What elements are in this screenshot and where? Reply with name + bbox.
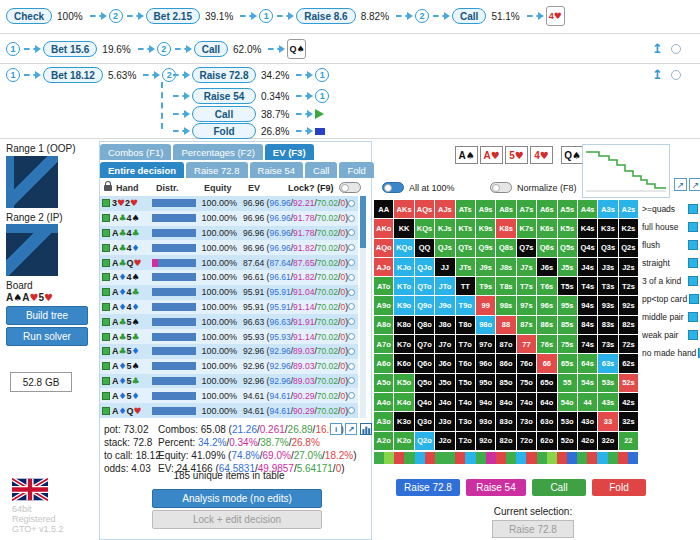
matrix-cell-Q3o[interactable]: Q3o xyxy=(415,412,434,430)
matrix-cell-Q5s[interactable]: Q5s xyxy=(558,239,577,257)
board-card-filter-5h[interactable]: 5♥ xyxy=(505,146,528,164)
matrix-cell-KJs[interactable]: KJs xyxy=(435,219,454,237)
matrix-cell-44[interactable]: 44 xyxy=(578,393,597,411)
matrix-cell-AKs[interactable]: AKs xyxy=(394,200,413,218)
player-node[interactable]: 1 xyxy=(259,9,273,23)
action-button-call[interactable]: Call xyxy=(532,479,586,496)
matrix-cell-T8o[interactable]: T8o xyxy=(456,316,475,334)
line-radio[interactable] xyxy=(671,44,681,54)
matrix-cell-T9o[interactable]: T9o xyxy=(456,296,475,314)
table-row[interactable]: A♦Q♥100.00%94.61 (94.61/90.29/70.02/0) xyxy=(100,403,358,418)
matrix-cell-Q4o[interactable]: Q4o xyxy=(415,393,434,411)
normalize-toggle[interactable] xyxy=(490,182,512,193)
matrix-cell-Q4s[interactable]: Q4s xyxy=(578,239,597,257)
tree-action-pill[interactable]: Raise 54 xyxy=(192,88,256,104)
player-node[interactable]: 2 xyxy=(415,9,429,23)
matrix-cell-32s[interactable]: 32s xyxy=(619,412,638,430)
matrix-cell-J5s[interactable]: J5s xyxy=(558,258,577,276)
matrix-cell-76o[interactable]: 76o xyxy=(517,354,536,372)
matrix-cell-Q3s[interactable]: Q3s xyxy=(598,239,617,257)
lock-edit-button[interactable]: Lock + edit decision xyxy=(152,510,322,529)
table-row[interactable]: A♦5♠100.00%92.96 (92.96/89.03/70.02/0) xyxy=(100,359,358,374)
matrix-cell-QJs[interactable]: QJs xyxy=(435,239,454,257)
matrix-cell-A8o[interactable]: A8o xyxy=(374,316,393,334)
matrix-cell-K8o[interactable]: K8o xyxy=(394,316,413,334)
matrix-cell-83o[interactable]: 83o xyxy=(496,412,515,430)
row-lock-toggle[interactable] xyxy=(348,363,355,370)
street-card[interactable]: 4♥ xyxy=(546,6,565,26)
row-lock-toggle[interactable] xyxy=(348,318,355,325)
matrix-cell-A9o[interactable]: A9o xyxy=(374,296,393,314)
matrix-cell-Q7s[interactable]: Q7s xyxy=(517,239,536,257)
matrix-cell-95o[interactable]: 95o xyxy=(476,374,495,392)
matrix-cell-94s[interactable]: 94s xyxy=(578,296,597,314)
legend-item-full-house[interactable]: full house xyxy=(642,222,698,232)
matrix-cell-Q7o[interactable]: Q7o xyxy=(415,335,434,353)
analysis-mode-button[interactable]: Analysis mode (no edits) xyxy=(152,489,322,508)
matrix-cell-A6s[interactable]: A6s xyxy=(537,200,556,218)
row-lock-toggle[interactable] xyxy=(348,303,355,310)
matrix-cell-A4o[interactable]: A4o xyxy=(374,393,393,411)
matrix-cell-75o[interactable]: 75o xyxy=(517,374,536,392)
matrix-cell-K4o[interactable]: K4o xyxy=(394,393,413,411)
matrix-cell-93s[interactable]: 93s xyxy=(598,296,617,314)
matrix-cell-A3o[interactable]: A3o xyxy=(374,412,393,430)
row-lock-toggle[interactable] xyxy=(348,348,355,355)
matrix-cell-A3s[interactable]: A3s xyxy=(598,200,617,218)
matrix-cell-K7o[interactable]: K7o xyxy=(394,335,413,353)
matrix-cell-92s[interactable]: 92s xyxy=(619,296,638,314)
matrix-cell-A2s[interactable]: A2s xyxy=(619,200,638,218)
run-solver-button[interactable]: Run solver xyxy=(6,327,88,346)
tree-action-pill[interactable]: Check xyxy=(6,8,52,24)
open-window-icon[interactable]: ↗ xyxy=(689,178,700,191)
player-node[interactable]: 1 xyxy=(315,68,329,82)
matrix-cell-J8s[interactable]: J8s xyxy=(496,258,515,276)
matrix-cell-76s[interactable]: 76s xyxy=(537,335,556,353)
player-node[interactable]: 1 xyxy=(6,68,20,82)
matrix-cell-Q9o[interactable]: Q9o xyxy=(415,296,434,314)
matrix-cell-J8o[interactable]: J8o xyxy=(435,316,454,334)
row-lock-toggle[interactable] xyxy=(348,274,355,281)
matrix-cell-T2o[interactable]: T2o xyxy=(456,432,475,450)
current-selection-button[interactable]: Raise 72.8 xyxy=(492,520,574,538)
matrix-cell-K7s[interactable]: K7s xyxy=(517,219,536,237)
matrix-cell-J6s[interactable]: J6s xyxy=(537,258,556,276)
matrix-cell-22[interactable]: 22 xyxy=(619,432,638,450)
matrix-cell-J3o[interactable]: J3o xyxy=(435,412,454,430)
matrix-cell-Q6o[interactable]: Q6o xyxy=(415,354,434,372)
matrix-cell-QTo[interactable]: QTo xyxy=(415,277,434,295)
matrix-cell-KJo[interactable]: KJo xyxy=(394,258,413,276)
matrix-cell-ATs[interactable]: ATs xyxy=(456,200,475,218)
matrix-cell-Q5o[interactable]: Q5o xyxy=(415,374,434,392)
table-row[interactable]: A♣4♠100.00%96.96 (96.96/91.78/70.02/0) xyxy=(100,211,358,226)
matrix-cell-96o[interactable]: 96o xyxy=(476,354,495,372)
matrix-cell-77[interactable]: 77 xyxy=(517,335,536,353)
table-row[interactable]: A♣5♠100.00%96.63 (96.63/91.91/70.02/0) xyxy=(100,314,358,329)
tab-raise54[interactable]: Raise 54 xyxy=(250,162,304,178)
action-button-fold[interactable]: Fold xyxy=(592,479,646,496)
table-row[interactable]: A♦4♦100.00%95.91 (95.91/91.14/70.02/0) xyxy=(100,300,358,315)
tree-action-pill[interactable]: Raise 8.6 xyxy=(296,8,355,24)
matrix-cell-KK[interactable]: KK xyxy=(394,219,413,237)
tab-raise728[interactable]: Raise 72.8 xyxy=(186,162,247,178)
matrix-cell-65o[interactable]: 65o xyxy=(537,374,556,392)
matrix-cell-54o[interactable]: 54o xyxy=(558,393,577,411)
matrix-cell-A9s[interactable]: A9s xyxy=(476,200,495,218)
matrix-cell-A7s[interactable]: A7s xyxy=(517,200,536,218)
matrix-cell-K9o[interactable]: K9o xyxy=(394,296,413,314)
matrix-cell-T6s[interactable]: T6s xyxy=(537,277,556,295)
matrix-cell-J4o[interactable]: J4o xyxy=(435,393,454,411)
matrix-cell-J7s[interactable]: J7s xyxy=(517,258,536,276)
matrix-cell-T7s[interactable]: T7s xyxy=(517,277,536,295)
matrix-cell-95s[interactable]: 95s xyxy=(558,296,577,314)
table-row[interactable]: A♦4♠100.00%96.61 (96.61/91.82/70.02/0) xyxy=(100,270,358,285)
matrix-cell-TT[interactable]: TT xyxy=(456,277,475,295)
matrix-cell-J9s[interactable]: J9s xyxy=(476,258,495,276)
matrix-cell-J2o[interactable]: J2o xyxy=(435,432,454,450)
matrix-cell-JTo[interactable]: JTo xyxy=(435,277,454,295)
memory-indicator[interactable]: 52.8 GB xyxy=(10,372,72,392)
matrix-cell-AJo[interactable]: AJo xyxy=(374,258,393,276)
matrix-cell-KQo[interactable]: KQo xyxy=(394,239,413,257)
board-card-filter-As[interactable]: A♠ xyxy=(455,146,478,164)
matrix-cell-97o[interactable]: 97o xyxy=(476,335,495,353)
